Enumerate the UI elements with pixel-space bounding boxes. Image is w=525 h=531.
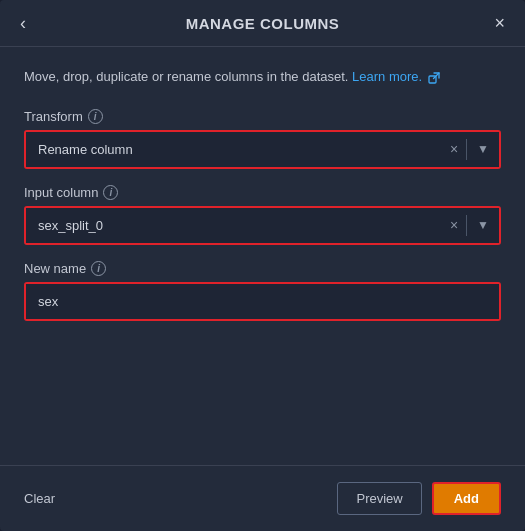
- external-link-icon: [428, 72, 440, 84]
- new-name-field-group: New name i: [24, 261, 501, 321]
- transform-clear-button[interactable]: ×: [442, 132, 466, 167]
- input-column-label: Input column i: [24, 185, 501, 200]
- input-column-field-group: Input column i sex_split_0 × ▼: [24, 185, 501, 245]
- input-column-select-value[interactable]: sex_split_0: [26, 208, 499, 243]
- footer-actions: Preview Add: [337, 482, 501, 515]
- input-column-info-icon[interactable]: i: [103, 185, 118, 200]
- back-button[interactable]: ‹: [20, 14, 26, 32]
- transform-select-controls: × ▼: [442, 132, 499, 167]
- manage-columns-modal: ‹ MANAGE COLUMNS × Move, drop, duplicate…: [0, 0, 525, 531]
- transform-label: Transform i: [24, 109, 501, 124]
- input-column-dropdown-button[interactable]: ▼: [467, 208, 499, 243]
- input-column-select-wrapper: sex_split_0 × ▼: [24, 206, 501, 245]
- input-column-clear-button[interactable]: ×: [442, 208, 466, 243]
- modal-footer: Clear Preview Add: [0, 465, 525, 531]
- transform-field-group: Transform i Rename column × ▼: [24, 109, 501, 169]
- close-button[interactable]: ×: [494, 14, 505, 32]
- transform-info-icon[interactable]: i: [88, 109, 103, 124]
- learn-more-link[interactable]: Learn more.: [352, 69, 440, 84]
- modal-title: MANAGE COLUMNS: [186, 15, 340, 32]
- input-column-select-controls: × ▼: [442, 208, 499, 243]
- modal-body: Move, drop, duplicate or rename columns …: [0, 47, 525, 465]
- transform-dropdown-button[interactable]: ▼: [467, 132, 499, 167]
- transform-select-value[interactable]: Rename column: [26, 132, 499, 167]
- new-name-info-icon[interactable]: i: [91, 261, 106, 276]
- transform-select-wrapper: Rename column × ▼: [24, 130, 501, 169]
- clear-button[interactable]: Clear: [24, 491, 55, 506]
- description-text: Move, drop, duplicate or rename columns …: [24, 67, 501, 87]
- new-name-input[interactable]: [26, 284, 499, 319]
- new-name-input-wrapper: [24, 282, 501, 321]
- modal-header: ‹ MANAGE COLUMNS ×: [0, 0, 525, 47]
- add-button[interactable]: Add: [432, 482, 501, 515]
- new-name-label: New name i: [24, 261, 501, 276]
- preview-button[interactable]: Preview: [337, 482, 421, 515]
